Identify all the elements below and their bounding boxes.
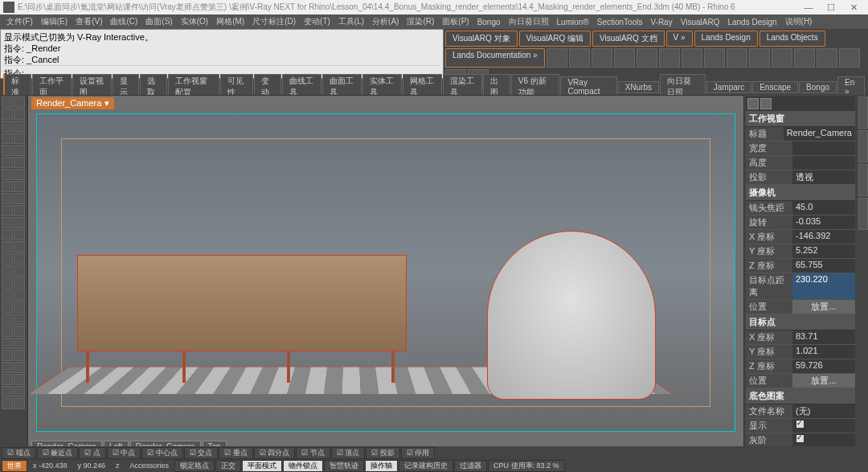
tool-button[interactable] [14, 350, 25, 361]
tool-button[interactable] [2, 109, 13, 120]
property-value[interactable]: 透视 [792, 170, 855, 184]
menu-item[interactable]: 查看(V) [72, 16, 105, 27]
menu-item[interactable]: 网格(M) [213, 16, 248, 27]
close-button[interactable]: ✕ [842, 1, 865, 14]
tool-button[interactable] [2, 350, 13, 361]
property-value[interactable]: 230.220 [792, 273, 855, 299]
tool-tab[interactable]: XNurbs [618, 81, 659, 93]
ribbon-icon[interactable] [794, 48, 815, 68]
minimize-button[interactable]: — [797, 1, 820, 14]
status-toggle[interactable]: 物件锁点 [283, 460, 323, 472]
status-toggle[interactable]: 智慧轨迹 [324, 460, 364, 472]
tool-button[interactable] [2, 133, 13, 144]
ribbon-icon[interactable] [659, 48, 680, 68]
tool-button[interactable] [14, 338, 25, 349]
menu-item[interactable]: 变动(T) [301, 16, 334, 27]
tool-button[interactable] [14, 157, 25, 168]
tool-button[interactable] [14, 289, 25, 301]
tool-button[interactable] [2, 362, 13, 373]
tool-button[interactable] [2, 326, 13, 337]
tool-button[interactable] [14, 362, 25, 373]
menu-item[interactable]: 实体(O) [178, 16, 211, 27]
tool-button[interactable] [2, 241, 13, 252]
tool-button[interactable] [2, 229, 13, 240]
tool-button[interactable] [14, 229, 25, 240]
property-value[interactable] [792, 156, 855, 170]
menu-item[interactable]: Lumion® [554, 18, 592, 27]
ribbon-tab[interactable]: VisualARQ 编辑 [519, 31, 592, 47]
ribbon-tab[interactable]: Lands Objects [760, 31, 825, 47]
osnap-toggle[interactable]: 四分点 [254, 447, 296, 459]
osnap-toggle[interactable]: 顶点 [331, 447, 366, 459]
menu-item[interactable]: 编辑(E) [38, 16, 71, 27]
tool-button[interactable] [2, 217, 13, 228]
osnap-toggle[interactable]: 节点 [296, 447, 330, 459]
property-row[interactable]: 显示 [746, 419, 855, 433]
tool-button[interactable] [2, 338, 13, 349]
menu-item[interactable]: 向日葵日照 [506, 16, 552, 27]
property-row[interactable]: Z 座标65.755 [746, 259, 855, 273]
tool-button[interactable] [14, 109, 25, 120]
menu-item[interactable]: SectionTools [594, 18, 646, 27]
tool-button[interactable] [14, 277, 25, 289]
tool-button[interactable] [14, 193, 25, 204]
status-toggle[interactable]: 过滤器 [454, 460, 487, 472]
tool-button[interactable] [2, 398, 13, 409]
ribbon-tab[interactable]: VisualARQ 文档 [592, 31, 665, 47]
osnap-toggle[interactable]: 最近点 [37, 447, 79, 459]
property-button[interactable]: 放置... [792, 374, 855, 388]
side-tab[interactable] [858, 198, 868, 230]
property-row[interactable]: 投影透视 [746, 170, 855, 185]
property-row[interactable]: 高度 [746, 156, 855, 170]
tool-tab[interactable]: Enscape [752, 81, 798, 93]
status-layer[interactable]: Accessories [125, 462, 174, 470]
side-tab[interactable] [858, 164, 868, 196]
property-row[interactable]: X 座标83.71 [746, 330, 855, 345]
tool-tab[interactable]: Jamparc [706, 81, 751, 93]
tool-button[interactable] [2, 121, 13, 132]
property-row[interactable]: 目标点距离230.220 [746, 273, 855, 300]
ribbon-icon[interactable] [547, 48, 567, 68]
tool-button[interactable] [2, 302, 13, 313]
property-row[interactable]: 旋转-0.035 [746, 215, 855, 230]
tool-button[interactable] [14, 265, 25, 277]
ribbon-icon[interactable] [772, 48, 792, 68]
ribbon-icon[interactable] [727, 48, 747, 68]
side-tab[interactable] [858, 96, 868, 129]
tool-button[interactable] [14, 302, 25, 313]
tool-button[interactable] [14, 121, 25, 132]
menu-item[interactable]: 说明(H) [782, 16, 816, 27]
tool-button[interactable] [14, 241, 25, 252]
menu-item[interactable]: 文件(F) [3, 16, 36, 27]
tool-button[interactable] [14, 374, 25, 385]
tool-button[interactable] [2, 314, 13, 325]
viewport[interactable]: Render_Camera▾ Render_CameraLeftRender_C… [27, 95, 744, 457]
status-toggle[interactable]: 锁定格点 [174, 460, 215, 472]
property-value[interactable]: 1.021 [792, 345, 855, 359]
property-value[interactable]: 45.0 [792, 201, 855, 215]
tool-button[interactable] [2, 277, 13, 289]
osnap-toggle[interactable]: 投影 [366, 447, 400, 459]
menu-item[interactable]: 曲面(S) [142, 16, 175, 27]
osnap-toggle[interactable]: 交点 [184, 447, 219, 459]
property-value[interactable]: Render_Camera [784, 127, 855, 141]
property-row[interactable]: 标题Render_Camera [746, 127, 855, 142]
tool-button[interactable] [2, 289, 13, 301]
tool-button[interactable] [14, 169, 25, 180]
tool-button[interactable] [14, 205, 25, 216]
menu-item[interactable]: 面板(P) [439, 16, 472, 27]
command-history[interactable]: 显示模式已切换为 V-Ray Interactive。 指令: _Render … [0, 29, 444, 79]
property-row[interactable]: 位置放置... [746, 374, 855, 388]
status-toggle[interactable]: 记录建构历史 [399, 460, 453, 472]
property-row[interactable]: Y 座标1.021 [746, 345, 855, 359]
tool-button[interactable] [14, 181, 25, 192]
tool-tab[interactable]: Bongo [799, 81, 837, 93]
side-tab[interactable] [858, 130, 868, 162]
ribbon-icon[interactable] [704, 48, 725, 68]
property-row[interactable]: 文件名称(无) [746, 404, 855, 419]
tool-button[interactable] [2, 157, 13, 168]
tool-button[interactable] [14, 386, 25, 397]
property-row[interactable]: Y 座标5.252 [746, 244, 855, 259]
property-row[interactable]: 宽度 [746, 142, 855, 156]
ribbon-icon[interactable] [592, 48, 612, 68]
